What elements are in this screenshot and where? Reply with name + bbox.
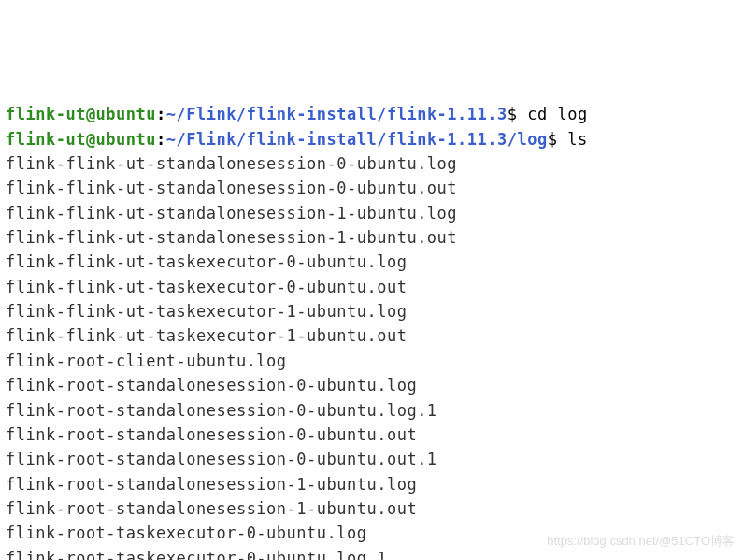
cwd-path: ~/Flink/flink-install/flink-1.11.3/log — [166, 130, 548, 149]
file-entry: flink-root-client-ubuntu.log — [6, 349, 738, 373]
prompt-line-2: flink-ut@ubuntu:~/Flink/flink-install/fl… — [6, 127, 738, 151]
file-entry: flink-root-standalonesession-0-ubuntu.lo… — [6, 398, 738, 423]
file-entry: flink-flink-ut-taskexecutor-0-ubuntu.log — [6, 250, 738, 274]
file-entry: flink-root-standalonesession-1-ubuntu.lo… — [6, 472, 738, 496]
prompt-dollar: $ — [548, 130, 567, 149]
file-entry: flink-root-standalonesession-0-ubuntu.lo… — [6, 373, 738, 397]
file-entry: flink-flink-ut-standalonesession-0-ubunt… — [6, 176, 738, 200]
command-text: ls — [567, 130, 587, 149]
file-entry: flink-flink-ut-standalonesession-1-ubunt… — [6, 201, 738, 225]
prompt-line-1: flink-ut@ubuntu:~/Flink/flink-install/fl… — [6, 102, 738, 126]
cwd-path: ~/Flink/flink-install/flink-1.11.3 — [166, 105, 508, 123]
file-entry: flink-root-standalonesession-1-ubuntu.ou… — [6, 496, 738, 521]
user-host: flink-ut@ubuntu — [6, 130, 156, 149]
file-entry: flink-root-standalonesession-0-ubuntu.ou… — [6, 423, 738, 447]
file-entry: flink-flink-ut-taskexecutor-1-ubuntu.out — [6, 323, 738, 348]
prompt-colon: : — [156, 130, 166, 149]
file-entry: flink-flink-ut-taskexecutor-0-ubuntu.out — [6, 275, 738, 299]
prompt-colon: : — [156, 105, 166, 123]
file-entry: flink-flink-ut-taskexecutor-1-ubuntu.log — [6, 299, 738, 323]
file-entry: flink-flink-ut-standalonesession-1-ubunt… — [6, 225, 738, 250]
file-entry: flink-root-standalonesession-0-ubuntu.ou… — [6, 447, 738, 471]
file-entry: flink-flink-ut-standalonesession-0-ubunt… — [6, 151, 738, 176]
user-host: flink-ut@ubuntu — [6, 105, 156, 123]
prompt-dollar: $ — [508, 105, 527, 123]
terminal-output[interactable]: flink-ut@ubuntu:~/Flink/flink-install/fl… — [6, 102, 738, 560]
watermark-text: https://blog.csdn.net/@51CTO博客 — [547, 532, 735, 551]
command-text: cd log — [527, 105, 587, 123]
